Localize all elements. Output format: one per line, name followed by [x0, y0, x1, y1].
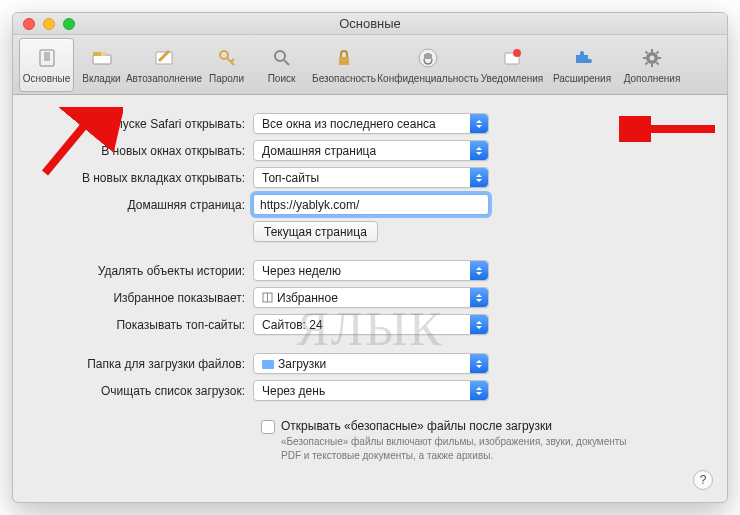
select-value: Избранное — [262, 291, 338, 305]
chevron-updown-icon — [470, 141, 488, 160]
lock-icon — [331, 45, 357, 71]
chevron-updown-icon — [470, 315, 488, 334]
select-value: Через неделю — [262, 264, 341, 278]
tab-extensions[interactable]: Расширения — [547, 38, 617, 92]
safe-files-checkbox[interactable] — [261, 420, 275, 434]
label-homepage: Домашняя страница: — [33, 198, 253, 212]
safe-files-label: Открывать «безопасные» файлы после загру… — [281, 419, 641, 433]
general-pane: При запуске Safari открывать: Все окна и… — [13, 95, 727, 502]
tab-passwords[interactable]: Пароли — [199, 38, 254, 92]
folder-icon — [262, 357, 278, 371]
label-topsites: Показывать топ-сайты: — [33, 318, 253, 332]
search-icon — [269, 45, 295, 71]
tab-advanced[interactable]: Дополнения — [617, 38, 687, 92]
label-new-windows: В новых окнах открывать: — [33, 144, 253, 158]
puzzle-icon — [569, 45, 595, 71]
preferences-window: Основные Основные Вкладки Автозаполнение — [12, 12, 728, 503]
tab-notifications[interactable]: Уведомления — [477, 38, 547, 92]
tab-label: Поиск — [268, 73, 296, 84]
window-title: Основные — [13, 16, 727, 31]
chevron-updown-icon — [470, 288, 488, 307]
switch-icon — [34, 45, 60, 71]
select-history[interactable]: Через неделю — [253, 260, 489, 281]
select-value: Сайтов: 24 — [262, 318, 323, 332]
label-downloads-clear: Очищать список загрузок: — [33, 384, 253, 398]
svg-point-7 — [275, 51, 285, 61]
tab-label: Основные — [23, 73, 70, 84]
tab-label: Пароли — [209, 73, 244, 84]
select-topsites[interactable]: Сайтов: 24 — [253, 314, 489, 335]
select-value: Загрузки — [262, 357, 326, 371]
titlebar: Основные — [13, 13, 727, 35]
tab-label: Безопасность — [312, 73, 376, 84]
svg-rect-8 — [339, 57, 349, 65]
tab-label: Автозаполнение — [126, 73, 202, 84]
chevron-updown-icon — [470, 354, 488, 373]
chevron-updown-icon — [470, 168, 488, 187]
select-downloads-clear[interactable]: Через день — [253, 380, 489, 401]
safe-files-desc: «Безопасные» файлы включают фильмы, изоб… — [281, 435, 641, 463]
select-launch[interactable]: Все окна из последнего сеанса — [253, 113, 489, 134]
tab-tabs[interactable]: Вкладки — [74, 38, 129, 92]
svg-point-11 — [513, 49, 521, 57]
pencil-icon — [151, 45, 177, 71]
safe-files-block: Открывать «безопасные» файлы после загру… — [281, 419, 641, 463]
key-icon — [214, 45, 240, 71]
svg-point-6 — [220, 51, 228, 59]
select-favorites[interactable]: Избранное — [253, 287, 489, 308]
chevron-updown-icon — [470, 261, 488, 280]
svg-rect-4 — [101, 52, 106, 56]
svg-rect-1 — [44, 52, 50, 61]
tab-autofill[interactable]: Автозаполнение — [129, 38, 199, 92]
current-page-button[interactable]: Текущая страница — [253, 221, 378, 242]
tab-label: Расширения — [553, 73, 611, 84]
tab-security[interactable]: Безопасность — [309, 38, 379, 92]
tabs-icon — [89, 45, 115, 71]
hand-icon — [415, 45, 441, 71]
select-value: Домашняя страница — [262, 144, 376, 158]
chevron-updown-icon — [470, 114, 488, 133]
tab-privacy[interactable]: Конфиденциальность — [379, 38, 477, 92]
tab-label: Дополнения — [624, 73, 681, 84]
tab-label: Конфиденциальность — [377, 73, 478, 84]
chevron-updown-icon — [470, 381, 488, 400]
homepage-input[interactable] — [253, 194, 489, 215]
label-downloads-folder: Папка для загрузки файлов: — [33, 357, 253, 371]
svg-point-13 — [650, 56, 655, 61]
select-value: Топ-сайты — [262, 171, 319, 185]
label-launch: При запуске Safari открывать: — [33, 117, 253, 131]
toolbar: Основные Вкладки Автозаполнение Пароли П… — [13, 35, 727, 95]
tab-label: Уведомления — [481, 73, 544, 84]
help-button[interactable]: ? — [693, 470, 713, 490]
select-new-tabs[interactable]: Топ-сайты — [253, 167, 489, 188]
select-downloads-folder[interactable]: Загрузки — [253, 353, 489, 374]
label-history: Удалять объекты истории: — [33, 264, 253, 278]
gear-icon — [639, 45, 665, 71]
select-value: Через день — [262, 384, 325, 398]
tab-general[interactable]: Основные — [19, 38, 74, 92]
svg-rect-3 — [93, 52, 101, 56]
label-favorites: Избранное показывает: — [33, 291, 253, 305]
bell-icon — [499, 45, 525, 71]
tab-label: Вкладки — [82, 73, 120, 84]
tab-search[interactable]: Поиск — [254, 38, 309, 92]
select-new-windows[interactable]: Домашняя страница — [253, 140, 489, 161]
label-new-tabs: В новых вкладках открывать: — [33, 171, 253, 185]
book-icon — [262, 292, 273, 303]
svg-rect-2 — [93, 55, 111, 64]
select-value: Все окна из последнего сеанса — [262, 117, 436, 131]
